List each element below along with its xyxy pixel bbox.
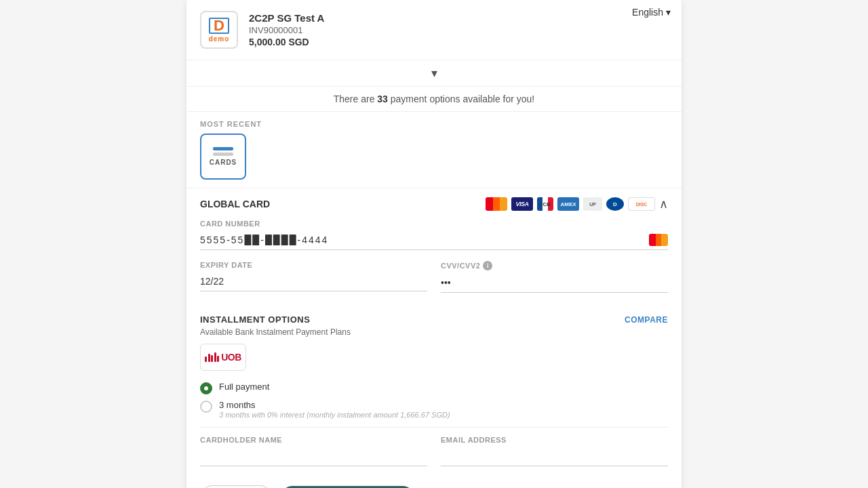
- card-number-label: CARD NUMBER: [200, 220, 668, 228]
- global-card-title: GLOBAL CARD: [200, 199, 270, 209]
- merchant-name: 2C2P SG Test A: [249, 12, 324, 24]
- expiry-field: EXPIRY DATE: [200, 261, 427, 293]
- discover-logo: DISC: [628, 197, 655, 211]
- expiry-input[interactable]: [200, 272, 427, 291]
- card-number-row: [200, 230, 668, 250]
- action-buttons: CANCEL CONTINUE PAYMENT: [186, 477, 682, 488]
- cancel-button[interactable]: CANCEL: [200, 485, 273, 488]
- chevron-down-icon: ▾: [666, 7, 671, 18]
- visa-logo: VISA: [511, 197, 533, 211]
- merchant-info: 2C2P SG Test A INV90000001 5,000.00 SGD: [249, 12, 324, 47]
- payment-plan-options: Full payment 3 months 3 months with 0% i…: [186, 379, 682, 427]
- invoice-number: INV90000001: [249, 25, 324, 35]
- payment-header: D demo 2C2P SG Test A INV90000001 5,000.…: [186, 0, 682, 60]
- cardholder-label: CARDHOLDER NAME: [200, 436, 427, 444]
- 3months-option[interactable]: 3 months 3 months with 0% interest (mont…: [200, 400, 668, 419]
- cardholder-email-row: CARDHOLDER NAME EMAIL ADDRESS: [200, 436, 668, 477]
- collapse-button[interactable]: ▾: [431, 66, 437, 81]
- 3months-label: 3 months: [219, 400, 450, 410]
- installment-subtitle: Available Bank Instalment Payment Plans: [186, 327, 682, 344]
- uob-bank-button[interactable]: UOB: [200, 344, 246, 371]
- global-card-header: GLOBAL CARD VISA JCB AMEX UP D DISC ∧: [186, 188, 682, 220]
- compare-link[interactable]: COMPARE: [625, 315, 668, 325]
- amex-logo: AMEX: [557, 197, 579, 211]
- bank-logos-row: UOB: [186, 344, 682, 379]
- card-lines-icon: [213, 147, 233, 156]
- language-label: English: [632, 7, 663, 18]
- cardholder-name-field: CARDHOLDER NAME: [200, 436, 427, 466]
- cvv-info-icon[interactable]: i: [483, 261, 492, 270]
- language-selector[interactable]: English ▾: [632, 7, 671, 18]
- card-form: CARD NUMBER EXPIRY DATE CVV/CVV2 i: [186, 220, 682, 304]
- 3months-radio[interactable]: [200, 401, 212, 413]
- cvv-label: CVV/CVV2 i: [441, 261, 668, 270]
- cards-option-button[interactable]: CARDS: [200, 134, 246, 180]
- merchant-logo: D demo: [200, 11, 238, 49]
- expiry-label: EXPIRY DATE: [200, 261, 427, 269]
- jcb-logo: JCB: [537, 197, 553, 211]
- card-brand-logos: VISA JCB AMEX UP D DISC ∧: [486, 197, 668, 211]
- uob-bars-icon: [205, 352, 219, 362]
- recent-cards-section: CARDS: [186, 134, 682, 188]
- full-payment-label: Full payment: [219, 382, 269, 392]
- options-count: 33: [377, 94, 388, 104]
- card-number-input[interactable]: [200, 230, 649, 249]
- card-number-field: CARD NUMBER: [200, 220, 668, 250]
- mastercard-logo: [486, 197, 507, 211]
- uob-label: UOB: [221, 352, 241, 363]
- unionpay-logo: UP: [583, 197, 602, 211]
- cvv-field: CVV/CVV2 i: [441, 261, 668, 293]
- full-payment-option[interactable]: Full payment: [200, 382, 668, 394]
- payment-options-info: There are 33 payment options available f…: [186, 87, 682, 112]
- installment-section-header: INSTALLMENT OPTIONS COMPARE: [186, 304, 682, 327]
- installment-title: INSTALLMENT OPTIONS: [200, 314, 310, 325]
- 3months-sublabel: 3 months with 0% interest (monthly insta…: [219, 411, 450, 419]
- cards-label: CARDS: [210, 159, 237, 166]
- payment-amount: 5,000.00 SGD: [249, 37, 324, 47]
- card-brand-indicator: [649, 234, 668, 246]
- collapse-row: ▾: [186, 60, 682, 87]
- cardholder-email-form: CARDHOLDER NAME EMAIL ADDRESS: [186, 428, 682, 477]
- email-field: EMAIL ADDRESS: [441, 436, 668, 466]
- full-payment-radio[interactable]: [200, 382, 212, 394]
- logo-d-letter: D: [209, 18, 229, 34]
- most-recent-label: MOST RECENT: [186, 112, 682, 134]
- email-input[interactable]: [441, 447, 668, 466]
- expiry-cvv-row: EXPIRY DATE CVV/CVV2 i: [200, 261, 668, 304]
- cardholder-input[interactable]: [200, 447, 427, 466]
- global-card-collapse-button[interactable]: ∧: [659, 197, 668, 211]
- diners-logo: D: [606, 197, 624, 211]
- email-label: EMAIL ADDRESS: [441, 436, 668, 444]
- cvv-input[interactable]: [441, 273, 668, 293]
